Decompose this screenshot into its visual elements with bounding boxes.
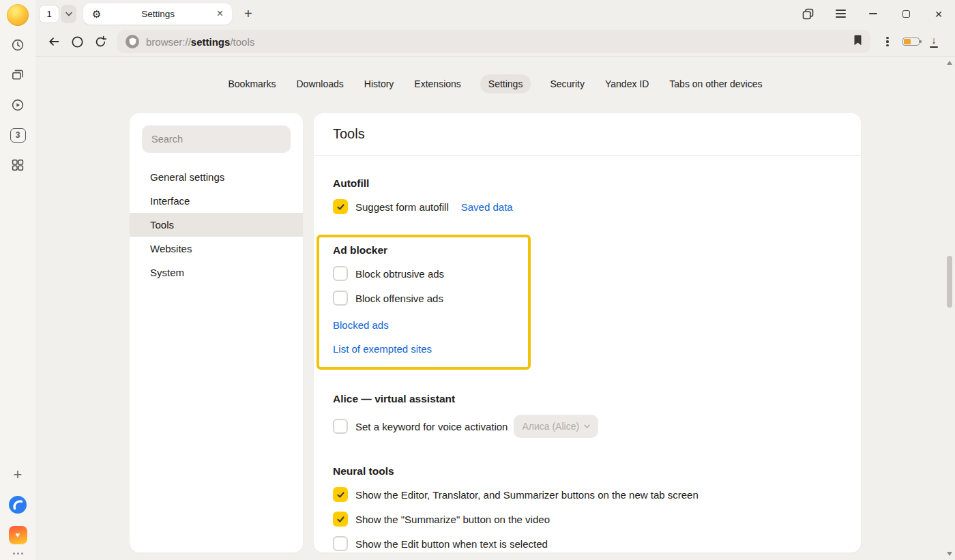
checkbox-block-offensive[interactable] bbox=[333, 291, 348, 306]
tab-title: Settings bbox=[101, 9, 214, 19]
close-button[interactable]: × bbox=[929, 4, 948, 23]
promo-app-tile: ♥ bbox=[9, 526, 27, 544]
settings-top-nav: Bookmarks Downloads History Extensions S… bbox=[35, 74, 955, 93]
neural-row-edit-button[interactable]: Show the Edit button when text is select… bbox=[333, 536, 842, 551]
protect-shield-icon[interactable] bbox=[126, 35, 139, 48]
toolbar: browser://settings/tools ↓ bbox=[35, 27, 955, 56]
exempted-sites-link[interactable]: List of exempted sites bbox=[333, 342, 528, 356]
scroll-thumb[interactable] bbox=[947, 256, 952, 308]
download-icon: ↓ bbox=[932, 35, 937, 45]
annotation-highlight-box: Ad blocker Block obtrusive ads Block off… bbox=[317, 235, 531, 370]
scrollbar[interactable] bbox=[944, 57, 955, 560]
titlebar: 1 ⚙ Settings × + × bbox=[35, 0, 955, 27]
top-nav-extensions[interactable]: Extensions bbox=[413, 74, 462, 93]
section-alice: Alice — virtual assistant Set a keyword … bbox=[333, 393, 842, 438]
setting-label: Suggest form autofill bbox=[355, 201, 449, 213]
top-nav-security[interactable]: Security bbox=[548, 74, 586, 93]
ad-blocker-row-obtrusive[interactable]: Block obtrusive ads bbox=[333, 266, 528, 281]
section-neural-tools: Neural tools Show the Editor, Translator… bbox=[333, 465, 842, 551]
checkbox-show-edit-button[interactable] bbox=[333, 536, 348, 551]
new-tab-button[interactable]: + bbox=[240, 5, 256, 22]
top-nav-bookmarks[interactable]: Bookmarks bbox=[226, 74, 277, 93]
promo-app-icon[interactable]: ♥ bbox=[5, 524, 30, 546]
setting-label: Show the "Summarize" button on the video bbox=[355, 514, 550, 525]
browser-logo-icon[interactable] bbox=[5, 494, 30, 516]
battery-icon[interactable] bbox=[899, 30, 922, 53]
setting-label: Show the Edit button when text is select… bbox=[355, 538, 548, 550]
chevron-down-icon bbox=[584, 424, 590, 428]
top-nav-yandex-id[interactable]: Yandex ID bbox=[604, 74, 650, 93]
tab-count-badge: 3 bbox=[10, 128, 26, 143]
scroll-down-arrow[interactable] bbox=[947, 552, 952, 556]
ad-blocker-row-offensive[interactable]: Block offensive ads bbox=[333, 291, 528, 306]
top-nav-history[interactable]: History bbox=[363, 74, 396, 93]
history-icon[interactable] bbox=[5, 34, 30, 56]
maximize-button[interactable] bbox=[896, 4, 915, 23]
top-nav-other-devices[interactable]: Tabs on other devices bbox=[668, 74, 763, 93]
checkbox-voice-keyword[interactable] bbox=[333, 419, 348, 434]
setting-label: Set a keyword for voice activation bbox=[355, 421, 508, 432]
top-nav-downloads[interactable]: Downloads bbox=[295, 74, 345, 93]
sidebar-item-interface[interactable]: Interface bbox=[130, 189, 303, 213]
alice-heading: Alice — virtual assistant bbox=[333, 393, 842, 405]
collections-icon[interactable] bbox=[5, 64, 30, 86]
sidebar-item-system[interactable]: System bbox=[130, 261, 303, 284]
ad-blocker-heading: Ad blocker bbox=[333, 244, 528, 256]
address-bar[interactable]: browser://settings/tools bbox=[117, 30, 870, 53]
add-panel-plus-icon[interactable]: + bbox=[5, 464, 30, 486]
setting-label: Block offensive ads bbox=[355, 293, 443, 304]
browser-window: 3 + ♥ 1 bbox=[0, 0, 955, 560]
sidebar-item-tools[interactable]: Tools bbox=[130, 213, 303, 237]
saved-data-link[interactable]: Saved data bbox=[461, 201, 513, 213]
blocked-ads-link[interactable]: Blocked ads bbox=[333, 318, 528, 332]
reload-button[interactable] bbox=[89, 30, 112, 53]
app-sidebar: 3 + ♥ bbox=[0, 0, 35, 560]
sidebar-item-general-settings[interactable]: General settings bbox=[130, 165, 303, 189]
minimize-button[interactable] bbox=[864, 4, 883, 23]
profile-avatar[interactable] bbox=[7, 4, 29, 26]
more-menu-icon[interactable] bbox=[876, 30, 899, 53]
tab-counter-chip[interactable]: 1 bbox=[39, 5, 59, 23]
page-title: Tools bbox=[314, 113, 861, 156]
tools-content-card: Tools Autofill Suggest form autofill Sav… bbox=[314, 113, 861, 552]
section-autofill: Autofill Suggest form autofill Saved dat… bbox=[333, 177, 842, 214]
settings-page: Bookmarks Downloads History Extensions S… bbox=[35, 56, 955, 560]
tab-close-icon[interactable]: × bbox=[215, 7, 225, 20]
neural-row-summarize[interactable]: Show the "Summarize" button on the video bbox=[333, 512, 842, 527]
gear-icon: ⚙ bbox=[92, 9, 101, 19]
setting-label: Show the Editor, Translator, and Summari… bbox=[355, 489, 699, 501]
checkbox-suggest-autofill[interactable] bbox=[333, 199, 348, 214]
services-grid-icon[interactable] bbox=[5, 154, 30, 176]
top-nav-settings[interactable]: Settings bbox=[480, 74, 531, 93]
search-input[interactable] bbox=[142, 126, 291, 153]
panels-toggle-icon[interactable] bbox=[798, 4, 817, 23]
bookmark-icon[interactable] bbox=[853, 35, 862, 48]
back-button[interactable] bbox=[42, 30, 65, 53]
plus-icon: + bbox=[14, 467, 23, 482]
menu-icon[interactable] bbox=[831, 4, 850, 23]
sidebar-item-websites[interactable]: Websites bbox=[130, 237, 303, 261]
tabs-counter-icon[interactable]: 3 bbox=[5, 124, 30, 146]
video-player-icon[interactable] bbox=[5, 94, 30, 116]
autofill-heading: Autofill bbox=[333, 177, 842, 190]
sidebar-more-icon[interactable] bbox=[13, 552, 23, 555]
tab-list-chevron-icon[interactable] bbox=[61, 5, 76, 23]
neural-row-editor[interactable]: Show the Editor, Translator, and Summari… bbox=[333, 487, 842, 502]
downloads-button[interactable]: ↓ bbox=[922, 30, 945, 53]
checkbox-show-summarize[interactable] bbox=[333, 512, 348, 527]
section-ad-blocker: Ad blocker Block obtrusive ads Block off… bbox=[333, 244, 528, 356]
setting-label: Block obtrusive ads bbox=[355, 268, 444, 280]
checkbox-block-obtrusive[interactable] bbox=[333, 266, 348, 281]
tab-settings[interactable]: ⚙ Settings × bbox=[83, 3, 232, 25]
alice-row[interactable]: Set a keyword for voice activation Алиса… bbox=[333, 415, 842, 438]
keyword-select[interactable]: Алиса (Alice) bbox=[514, 415, 598, 438]
checkbox-show-editor-buttons[interactable] bbox=[333, 487, 348, 502]
autofill-row[interactable]: Suggest form autofill Saved data bbox=[333, 199, 842, 214]
neural-tools-heading: Neural tools bbox=[333, 465, 842, 477]
scroll-up-arrow[interactable] bbox=[947, 61, 952, 65]
url-text: browser://settings/tools bbox=[146, 36, 254, 48]
yandex-id-icon[interactable] bbox=[65, 30, 89, 53]
settings-nav-list: General settings Interface Tools Website… bbox=[130, 165, 303, 284]
settings-nav-card: General settings Interface Tools Website… bbox=[130, 113, 303, 552]
